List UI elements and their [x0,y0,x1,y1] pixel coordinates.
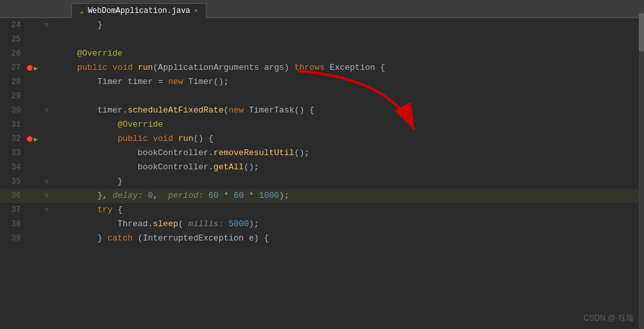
line-content: } [54,18,102,32]
token: (); [294,148,309,158]
code-line: 39 } catch (InterruptedException e) { [0,231,644,246]
code-line: 30▽ timer.scheduleAtFixedRate(new TimerT… [0,103,644,118]
fold-icon[interactable]: ▽ [45,178,49,186]
tab-bar: ☕ WebDomApplication.java × [0,0,644,18]
line-content: public void run() { [54,132,214,146]
code-area: 24▽ }2526 @Override27▶ public void run(A… [0,18,644,329]
token: @Override [118,120,163,129]
fold-icon[interactable]: ▽ [45,107,49,114]
line-number: 38 [0,220,26,229]
token [203,191,208,200]
fold-icon[interactable]: ▽ [45,21,49,29]
breakpoint-dot [27,136,33,142]
line-content: try { [54,203,122,217]
code-line: 37▽ try { [0,203,644,217]
code-line: 34 bookController.getAll(); [0,160,644,175]
token: new [168,77,183,87]
token: run [178,134,193,143]
token: () { [194,134,214,143]
tab-webdomapplication[interactable]: ☕ WebDomApplication.java × [71,3,206,18]
breakpoint-icon[interactable]: ▶ [27,135,38,143]
token: 5000 [228,219,249,229]
line-content: public void run(ApplicationArguments arg… [54,61,385,75]
token: getAll [214,162,244,172]
token: merTask() { [259,105,315,115]
token: Ti [244,105,259,115]
line-number: 29 [0,92,26,101]
fold-area: ▽ [39,206,54,214]
line-number: 30 [0,106,26,115]
code-line: 38 Thread.sleep( millis: 5000); [0,217,644,231]
token: try [97,205,112,215]
token: (); [244,162,259,172]
code-line: 29 [0,89,644,103]
token: (ApplicationArguments args) [153,63,294,72]
line-content: } catch (InterruptedException e) { [54,231,269,246]
breakpoint-dot [27,65,33,71]
token: Thread. [57,219,153,229]
token: } [57,176,122,186]
code-line: 33 bookController.removeResultUtil(); [0,146,644,160]
token: ); [279,191,289,200]
token: timer. [57,105,128,115]
token [107,63,113,72]
token: , [153,191,168,200]
token: bookController. [57,148,214,158]
token [57,205,97,215]
token: }, [57,191,113,200]
tab-close-button[interactable]: × [194,8,198,15]
token: ( [178,219,188,229]
token: period: [168,191,204,200]
token [133,63,138,72]
line-content: }, delay: 0, period: 60 * 60 * 1000); [54,189,289,203]
gutter-run-area: ▶ [26,64,39,72]
tab-label: WebDomApplication.java [88,6,190,16]
fold-area: ▽ [39,21,54,29]
editor-container: 24▽ }2526 @Override27▶ public void run(A… [0,18,644,329]
token: 1000 [259,191,279,200]
code-line: 31 @Override [0,118,644,132]
code-line: 25 [0,32,644,47]
scrollbar-track[interactable] [639,0,644,329]
token: public [77,63,107,72]
line-content: } [54,175,122,189]
token: run [138,63,153,72]
token [57,134,118,143]
token: millis: [188,219,224,229]
token: Timer(); [183,77,228,87]
token: (InterruptedException e) { [133,233,269,243]
code-line: 35▽ } [0,175,644,189]
token: * [219,191,234,200]
scrollbar-thumb[interactable] [639,13,644,52]
line-number: 36 [0,191,26,200]
line-content: timer.scheduleAtFixedRate(new TimerTask(… [54,103,315,118]
token [57,120,118,129]
line-number: 27 [0,63,26,72]
line-content: @Override [54,118,163,132]
breakpoint-icon[interactable]: ▶ [27,64,38,72]
fold-icon[interactable]: ▽ [45,206,49,214]
token: Timer timer = [57,77,168,87]
token: 60 [234,191,244,200]
token [57,63,77,72]
line-number: 39 [0,234,26,243]
code-line: 27▶ public void run(ApplicationArguments… [0,61,644,75]
line-content: Timer timer = new Timer(); [54,75,228,89]
line-content: bookController.removeResultUtil(); [54,146,309,160]
token: public [118,134,148,143]
line-content: bookController.getAll(); [54,160,259,175]
line-number: 28 [0,78,26,87]
token: } [57,233,107,243]
line-number: 24 [0,21,26,30]
line-number: 37 [0,206,26,215]
token: removeResultUtil [214,148,294,158]
fold-icon[interactable]: ▽ [45,192,49,200]
token: { [113,205,123,215]
code-line: 36▽ }, delay: 0, period: 60 * 60 * 1000)… [0,189,644,203]
token: 60 [208,191,219,200]
token: bookController. [57,162,214,172]
line-content: @Override [54,47,122,61]
token: scheduleAtFixedRate [128,105,223,115]
line-number: 32 [0,134,26,143]
line-content: Thread.sleep( millis: 5000); [54,217,259,231]
